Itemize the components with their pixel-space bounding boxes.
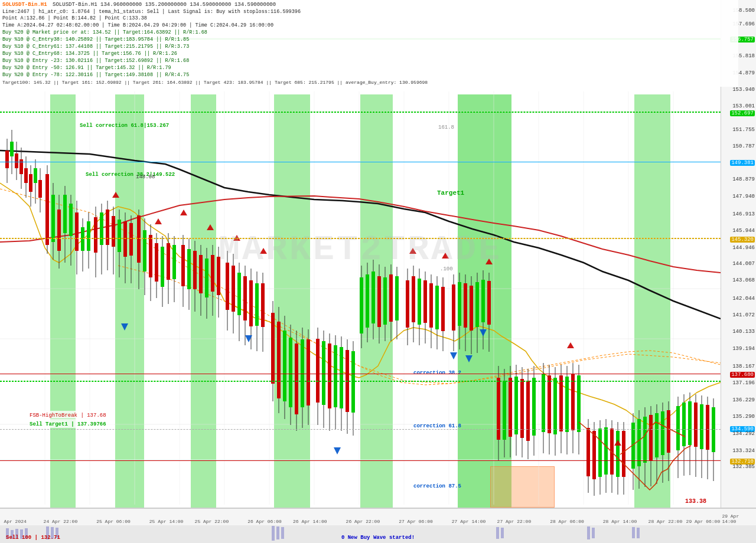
svg-rect-301 [587, 526, 590, 539]
svg-rect-235 [655, 413, 659, 457]
svg-rect-209 [571, 374, 575, 430]
svg-rect-229 [637, 419, 641, 466]
svg-rect-47 [57, 210, 61, 251]
svg-text:Sell correction 61.8|153.267: Sell correction 61.8|153.267 [80, 123, 169, 129]
svg-rect-45 [51, 195, 55, 242]
svg-rect-63 [106, 210, 109, 245]
time-label-7: 26 Apr 22:00 [346, 519, 380, 524]
svg-marker-269 [465, 355, 472, 362]
svg-rect-81 [161, 247, 164, 287]
svg-rect-143 [360, 277, 363, 333]
svg-rect-117 [277, 322, 281, 398]
svg-rect-53 [75, 212, 79, 251]
svg-marker-261 [442, 253, 449, 259]
time-axis: Apr 2024 24 Apr 22:00 25 Apr 06:00 25 Ap… [0, 508, 756, 525]
svg-rect-203 [553, 378, 557, 434]
price-137b: 137.196 [732, 380, 755, 386]
svg-rect-299 [496, 527, 499, 539]
price-139: 139.194 [732, 346, 755, 352]
price-134-line [0, 429, 721, 430]
svg-rect-243 [682, 403, 686, 446]
svg-rect-159 [412, 276, 415, 322]
svg-rect-57 [87, 221, 90, 251]
header-line3: Point A:132.86 | Point B:144.82 | Point … [2, 15, 736, 22]
svg-rect-109 [249, 280, 253, 326]
svg-rect-95 [205, 259, 208, 297]
svg-rect-39 [34, 168, 37, 183]
svg-rect-123 [295, 344, 298, 414]
bottom-bar: Apr 2024 24 Apr 22:00 25 Apr 06:00 25 Ap… [0, 508, 756, 543]
svg-rect-205 [559, 375, 563, 431]
svg-rect-171 [452, 284, 455, 331]
price-147: 147.940 [732, 194, 755, 199]
svg-rect-207 [565, 377, 569, 432]
svg-rect-197 [532, 378, 536, 436]
svg-marker-264 [614, 440, 621, 446]
price-134b: 134.292 [732, 431, 755, 437]
time-label-6: 26 Apr 14:00 [293, 519, 327, 524]
svg-rect-31 [15, 153, 18, 168]
svg-text:Sell correction 38.2|149.522: Sell correction 38.2|149.522 [86, 172, 175, 178]
svg-marker-268 [450, 352, 457, 359]
price-152-highlight: 152.697 [730, 110, 755, 116]
svg-rect-87 [181, 245, 185, 286]
price-149-highlight: 149.381 [730, 160, 755, 166]
time-label-8: 27 Apr 06:00 [399, 519, 433, 524]
volume-area: Sell 100 | 132.71 0 New Buy Wave started… [0, 525, 756, 543]
new-buy-wave-label: 0 New Buy Wave started! [341, 535, 415, 541]
svg-marker-270 [480, 329, 487, 336]
svg-text:133.38: 133.38 [685, 498, 706, 505]
price-153: 153.940 [732, 87, 755, 93]
price-137-highlight: 137.680 [730, 372, 755, 378]
header-line10: Buy %20 @ Entry -50: 126.91 || Target:14… [2, 65, 736, 72]
svg-rect-79 [155, 243, 158, 282]
svg-rect-29 [10, 142, 14, 156]
price-138: 138.167 [732, 364, 755, 369]
price-145b: 145.944 [732, 228, 755, 234]
price-153b: 153.001 [732, 103, 755, 109]
svg-rect-179 [475, 282, 479, 327]
sell-target-line [0, 381, 721, 382]
svg-rect-239 [667, 410, 670, 453]
svg-text:correction 61.8: correction 61.8 [413, 423, 461, 429]
svg-rect-99 [217, 257, 220, 295]
header-line9: Buy %10 @ Entry -23: 130.02116 || Target… [2, 58, 736, 65]
svg-rect-137 [340, 347, 343, 408]
svg-rect-253 [712, 407, 715, 452]
svg-marker-267 [334, 447, 341, 454]
price-145-highlight: 145.320 [730, 237, 755, 243]
svg-marker-260 [409, 248, 416, 254]
header-line12: Target100: 145.32 || Target 161: 152.698… [2, 79, 736, 86]
svg-rect-67 [118, 220, 121, 252]
svg-marker-263 [567, 342, 574, 348]
svg-rect-111 [255, 283, 259, 326]
svg-rect-43 [45, 174, 49, 245]
svg-rect-157 [406, 280, 409, 328]
svg-text:correction 87.5: correction 87.5 [413, 483, 461, 489]
svg-rect-89 [187, 249, 191, 289]
price-143: 143.068 [732, 277, 755, 283]
svg-rect-185 [497, 378, 500, 440]
svg-marker-265 [121, 323, 128, 331]
time-label-1: 24 Apr 22:00 [44, 519, 78, 524]
svg-rect-165 [429, 283, 433, 328]
svg-rect-41 [38, 180, 42, 198]
sell100-line [0, 460, 721, 461]
svg-rect-155 [395, 276, 399, 320]
svg-rect-59 [94, 217, 97, 253]
svg-rect-189 [509, 378, 512, 437]
svg-rect-187 [503, 381, 506, 440]
chart-container: SOLUSDT-Bin.H1 SOLUSDT-Bin.H1 134.960000… [0, 0, 756, 543]
time-label-11: 28 Apr 06:00 [550, 519, 584, 524]
svg-rect-219 [604, 427, 608, 475]
svg-rect-75 [143, 230, 146, 272]
price-145-line [0, 238, 721, 239]
time-label-4: 25 Apr 22:00 [195, 519, 229, 524]
svg-rect-300 [501, 528, 504, 538]
header-line8: Buy %10 @ C_Entry68: 134.3725 || Target:… [2, 51, 736, 58]
svg-rect-199 [542, 374, 545, 432]
time-label-0: Apr 2024 [4, 519, 26, 524]
svg-rect-223 [616, 431, 620, 477]
svg-rect-233 [649, 415, 653, 461]
svg-rect-245 [688, 401, 692, 445]
